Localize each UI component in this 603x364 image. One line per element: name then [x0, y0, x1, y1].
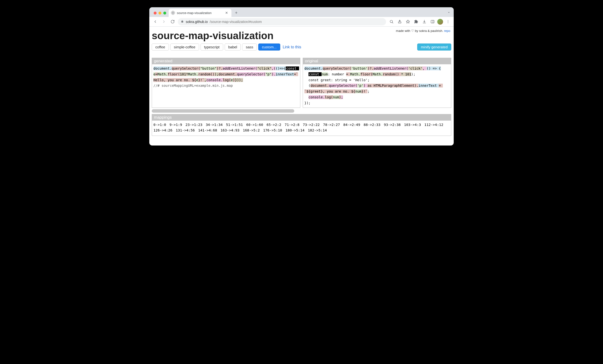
horizontal-scrollbar[interactable]: [152, 109, 304, 113]
code-segment[interactable]: ): [233, 78, 235, 82]
mapping-item[interactable]: 182->5:14: [308, 128, 328, 133]
code-segment[interactable]: const: [286, 67, 299, 70]
code-segment[interactable]: log(: [325, 95, 333, 99]
code-segment[interactable]: addEventListener(: [374, 67, 408, 70]
simple-coffee-button[interactable]: simple-coffee: [170, 44, 199, 50]
coffee-button[interactable]: coffee: [152, 44, 169, 50]
code-segment[interactable]: log(: [223, 78, 231, 82]
code-segment[interactable]: ).: [272, 72, 276, 76]
sass-button[interactable]: sass: [242, 44, 257, 50]
code-segment[interactable]: querySelector(: [329, 84, 357, 87]
scrollbar-thumb[interactable]: [152, 109, 294, 113]
code-segment[interactable]: ): [363, 84, 368, 87]
mapping-item[interactable]: 168->5:2: [243, 128, 261, 133]
browser-tab[interactable]: source-map-visualization ✕: [169, 9, 232, 17]
share-icon[interactable]: [396, 18, 403, 25]
mapping-item[interactable]: 180->5:14: [286, 128, 306, 133]
code-segment[interactable]: "button": [200, 67, 217, 70]
code-segment[interactable]: querySelector(: [323, 67, 351, 70]
code-segment[interactable]: *: [401, 72, 405, 76]
code-segment[interactable]: }!`: [361, 89, 368, 93]
mappings-list[interactable]: 0->1:09->1:923->1:2334->1:3451->1:5160->…: [152, 121, 451, 136]
forward-button[interactable]: [160, 18, 167, 25]
code-segment[interactable]: Math.: [350, 72, 360, 76]
mapping-item[interactable]: 103->4:3: [404, 122, 423, 128]
avatar[interactable]: [437, 19, 443, 25]
code-segment[interactable]: document.: [304, 67, 323, 70]
code-segment[interactable]: document.: [219, 72, 237, 76]
downloads-icon[interactable]: [421, 18, 428, 25]
code-segment[interactable]: 'button': [351, 67, 368, 70]
code-segment[interactable]: "click": [257, 67, 272, 70]
code-segment[interactable]: num: [333, 95, 339, 99]
code-segment[interactable]: floor(: [168, 72, 180, 76]
minify-generated-button[interactable]: minify generated: [417, 44, 451, 50]
new-tab-button[interactable]: +: [233, 10, 240, 16]
code-segment[interactable]: console.: [206, 78, 222, 82]
code-segment[interactable]: floor(: [360, 72, 373, 76]
close-tab-icon[interactable]: ✕: [224, 10, 229, 15]
generated-code[interactable]: document.querySelector("button")?.addEve…: [152, 64, 300, 90]
code-segment[interactable]: random(): [383, 72, 401, 76]
code-segment[interactable]: =: [346, 72, 350, 76]
code-segment[interactable]: "p": [266, 72, 272, 76]
side-panel-icon[interactable]: [429, 18, 436, 25]
tabs-dropdown-icon[interactable]: ⌄: [447, 10, 450, 13]
code-segment[interactable]: }));: [235, 78, 243, 82]
code-segment[interactable]: =: [439, 84, 443, 87]
code-segment[interactable]: );: [411, 72, 415, 76]
mapping-item[interactable]: 51->1:51: [226, 122, 244, 128]
code-segment[interactable]: [304, 72, 309, 76]
code-segment[interactable]: e: [231, 78, 233, 82]
code-segment[interactable]: )?.: [217, 67, 222, 70]
mapping-item[interactable]: 126->4:26: [153, 128, 174, 133]
code-segment[interactable]: =: [155, 72, 157, 76]
code-segment[interactable]: random(): [198, 72, 214, 76]
maximize-window-icon[interactable]: [163, 12, 166, 14]
mapping-item[interactable]: 0->1:0: [153, 122, 167, 128]
original-code[interactable]: document.querySelector('button')?.addEve…: [303, 64, 451, 107]
code-segment[interactable]: ,: [423, 67, 427, 70]
code-segment[interactable]: 101: [405, 72, 411, 76]
mapping-item[interactable]: 71->2:8: [285, 122, 301, 128]
code-segment[interactable]: const: [309, 72, 322, 76]
code-segment[interactable]: 'click': [408, 67, 423, 70]
mapping-item[interactable]: 112->4:12: [424, 122, 445, 128]
bookmark-icon[interactable]: [405, 18, 411, 25]
code-segment[interactable]: ;: [341, 95, 343, 99]
mapping-item[interactable]: 84->2:49: [343, 122, 362, 128]
code-segment[interactable]: num: [322, 72, 328, 76]
code-segment[interactable]: console.: [309, 95, 325, 99]
code-segment[interactable]: () => {: [427, 67, 441, 70]
mapping-item[interactable]: 176->5:10: [263, 128, 284, 133]
code-segment[interactable]: );: [215, 72, 219, 76]
code-segment[interactable]: Math.: [188, 72, 198, 76]
code-segment[interactable]: document.: [311, 84, 329, 87]
code-segment[interactable]: });: [304, 101, 311, 105]
code-segment[interactable]: addEventListener(: [223, 67, 257, 70]
mapping-item[interactable]: 88->2:33: [364, 122, 382, 128]
address-bar[interactable]: sokra.github.io/source-map-visualization…: [178, 18, 386, 25]
code-segment[interactable]: const greet: string = 'Hello';: [304, 78, 370, 82]
code-segment[interactable]: 101*: [180, 72, 188, 76]
typescript-button[interactable]: typescript: [200, 44, 223, 50]
search-icon[interactable]: [388, 18, 395, 25]
code-segment[interactable]: as HTMLParagraphElement).: [368, 84, 418, 87]
mapping-item[interactable]: 60->1:60: [246, 122, 265, 128]
code-segment[interactable]: =: [294, 72, 296, 76]
code-segment[interactable]: Math.: [158, 72, 168, 76]
code-segment[interactable]: querySelector(: [172, 67, 200, 70]
code-segment[interactable]: num: [355, 89, 361, 93]
mapping-item[interactable]: 34->1:34: [206, 122, 224, 128]
code-segment[interactable]: [304, 95, 309, 99]
custom-button[interactable]: custom...: [258, 44, 280, 50]
code-segment[interactable]: ,: [204, 78, 206, 82]
link-to-this[interactable]: Link to this: [283, 45, 301, 49]
babel-button[interactable]: babel: [225, 44, 241, 50]
code-segment[interactable]: : number: [328, 72, 346, 76]
code-segment[interactable]: 'p': [357, 84, 363, 87]
code-segment[interactable]: (: [304, 84, 311, 87]
mapping-item[interactable]: 93->2:38: [384, 122, 402, 128]
minimize-window-icon[interactable]: [159, 12, 161, 14]
mapping-item[interactable]: 23->1:23: [186, 122, 204, 128]
